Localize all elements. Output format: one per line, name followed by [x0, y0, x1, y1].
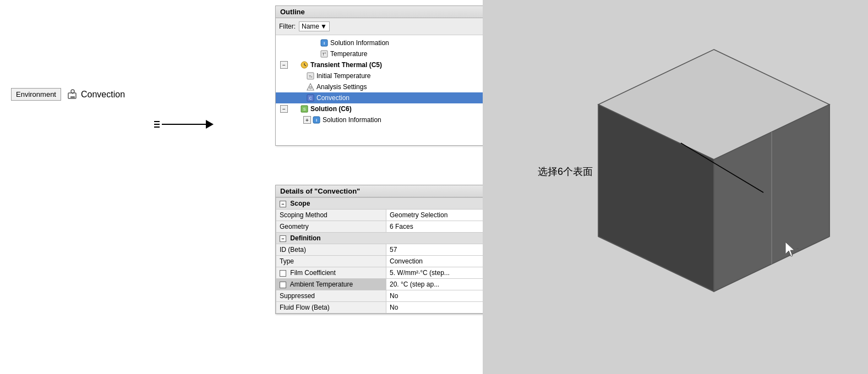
tree-icon-temperature: T° [320, 50, 329, 58]
fluid-flow-label: Fluid Flow (Beta) [276, 302, 386, 314]
left-panel: Environment Convection [11, 88, 125, 101]
definition-toggle[interactable]: − [280, 235, 286, 242]
svg-text:T₀: T₀ [309, 75, 313, 78]
tree-label-initial-temp: Initial Temperature [316, 72, 371, 80]
convection-icon [67, 89, 79, 101]
tree-toggle-transient[interactable]: − [280, 61, 288, 69]
arrow-1 [154, 120, 214, 129]
details-title: Details of "Convection" [280, 187, 360, 195]
environment-label: Environment [16, 90, 56, 98]
outline-title: Outline [280, 8, 305, 16]
outline-panel: Outline ♟ Filter: Name ▼ ↻ i Solution In… [275, 6, 517, 146]
film-coefficient-row: Film Coefficient 5. W/mm²·°C (step... [276, 267, 517, 279]
ambient-value-text: 20. °C (step ap... [390, 280, 439, 288]
tree-item-solution-info-top[interactable]: i Solution Information [276, 37, 517, 48]
film-coefficient-label: Film Coefficient [276, 267, 386, 279]
cube-area: 选择6个表面 [483, 0, 868, 374]
tree-label-solution: Solution (C6) [310, 105, 352, 113]
id-beta-label: ID (Beta) [276, 244, 386, 256]
details-panel: Details of "Convection" ♟ − Scope Scopin… [275, 185, 517, 314]
ambient-temperature-row: Ambient Temperature 20. °C (step ap... ▶ [276, 279, 517, 290]
tree-area: i Solution Information T° Temperature − … [276, 35, 517, 145]
definition-header-label: Definition [290, 234, 320, 242]
tree-icon-solution: S [300, 105, 309, 113]
tree-icon-sol-info-bottom: i [312, 116, 321, 124]
fluid-flow-row: Fluid Flow (Beta) No [276, 302, 517, 314]
details-titlebar: Details of "Convection" ♟ [276, 185, 517, 197]
tree-toggle-solution[interactable]: − [280, 105, 288, 113]
definition-header-row: − Definition [276, 233, 517, 244]
tree-icon-initial-temp: T₀ [306, 72, 315, 80]
filter-value: Name [302, 23, 319, 30]
cube-svg [571, 33, 857, 319]
type-label: Type [276, 256, 386, 267]
environment-button[interactable]: Environment [11, 88, 61, 101]
geometry-label: Geometry [276, 221, 386, 233]
filter-select[interactable]: Name ▼ [299, 21, 330, 31]
scope-header-label: Scope [290, 200, 310, 207]
tree-item-transient[interactable]: − Transient Thermal (C5) [276, 59, 517, 70]
filter-bar: Filter: Name ▼ ↻ [276, 18, 517, 35]
svg-text:i: i [324, 41, 325, 46]
details-table: − Scope Scoping Method Geometry Selectio… [276, 197, 517, 314]
tree-icon-analysis-settings: ⚙ [306, 82, 315, 91]
tree-item-sol-info-bottom[interactable]: + i Solution Information [276, 114, 517, 125]
tree-icon-convection: C [306, 94, 315, 102]
convection-button[interactable]: Convection [67, 89, 125, 101]
tree-label-transient: Transient Thermal (C5) [310, 61, 382, 69]
tree-toggle-sol-info-bottom[interactable]: + [303, 116, 311, 124]
tree-label-convection: Convection [316, 94, 350, 102]
film-checkbox[interactable] [280, 270, 286, 277]
film-label-text: Film Coefficient [290, 269, 335, 277]
tree-item-temperature[interactable]: T° Temperature [276, 48, 517, 59]
scoping-method-label: Scoping Method [276, 210, 386, 221]
filter-label: Filter: [279, 23, 296, 30]
tree-item-convection[interactable]: C Convection [276, 92, 517, 103]
svg-text:⚙: ⚙ [309, 86, 312, 90]
convection-label: Convection [81, 90, 125, 100]
tree-label-sol-info-top: Solution Information [330, 39, 389, 47]
ambient-checkbox[interactable] [280, 282, 286, 288]
scope-header-row: − Scope [276, 198, 517, 210]
tree-item-analysis-settings[interactable]: ⚙ Analysis Settings [276, 81, 517, 92]
type-row: Type Convection [276, 256, 517, 267]
scope-toggle[interactable]: − [280, 201, 286, 207]
svg-text:i: i [316, 118, 317, 123]
svg-text:S: S [303, 107, 306, 111]
tree-item-solution[interactable]: − S Solution (C6) [276, 103, 517, 114]
svg-rect-3 [70, 96, 75, 98]
tree-label-analysis-settings: Analysis Settings [316, 83, 367, 91]
filter-dropdown-icon: ▼ [320, 23, 327, 30]
tree-item-initial-temp[interactable]: T₀ Initial Temperature [276, 70, 517, 81]
tree-icon-transient [300, 61, 309, 69]
tree-icon-sol-info-top: i [320, 38, 329, 47]
ambient-label-text: Ambient Temperature [290, 280, 353, 288]
tree-label-temperature: Temperature [330, 50, 367, 58]
scoping-method-row: Scoping Method Geometry Selection [276, 210, 517, 221]
suppressed-label: Suppressed [276, 290, 386, 302]
outline-titlebar: Outline ♟ [276, 6, 517, 18]
annotation-label: 选择6个表面 [538, 166, 593, 177]
tree-label-sol-info-bottom: Solution Information [323, 116, 381, 124]
suppressed-row: Suppressed No [276, 290, 517, 302]
geometry-row: Geometry 6 Faces [276, 221, 517, 233]
id-beta-row: ID (Beta) 57 [276, 244, 517, 256]
svg-text:C: C [309, 96, 312, 100]
svg-point-1 [71, 90, 74, 93]
svg-text:T°: T° [322, 52, 326, 56]
annotation-text: 选择6个表面 [538, 165, 593, 178]
ambient-temp-label: Ambient Temperature [276, 279, 386, 290]
